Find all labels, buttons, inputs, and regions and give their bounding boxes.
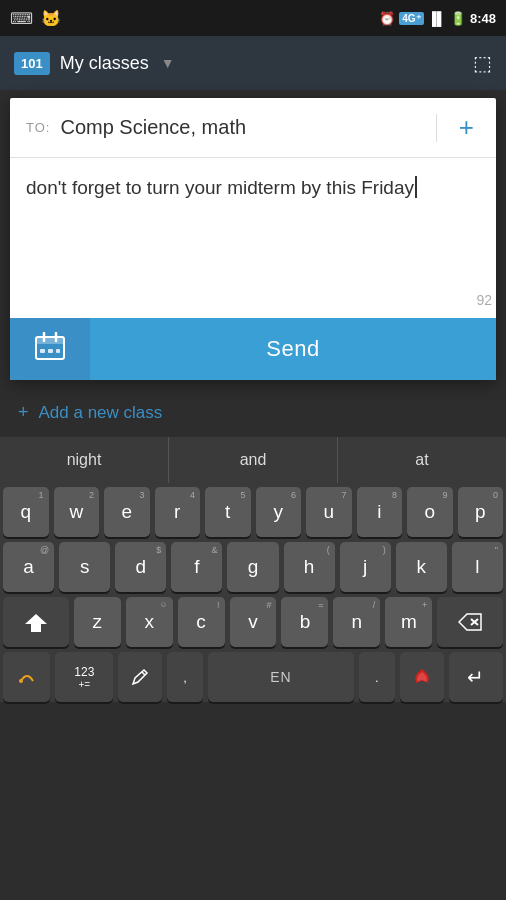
- char-count: 92: [10, 288, 496, 318]
- add-class-row[interactable]: + Add a new class: [0, 388, 506, 437]
- key-m[interactable]: +m: [385, 597, 432, 647]
- to-value: Comp Science, math: [60, 116, 435, 139]
- send-label: Send: [266, 336, 319, 362]
- add-class-plus-icon: +: [18, 402, 29, 423]
- message-area[interactable]: don't forget to turn your midterm by thi…: [10, 158, 496, 288]
- key-d[interactable]: $d: [115, 542, 166, 592]
- status-bar-left: ⌨ 🐱: [10, 9, 61, 28]
- key-w[interactable]: 2w: [54, 487, 100, 537]
- keyboard: 1q 2w 3e 4r 5t 6y 7u 8i 9o 0p @a s $d &f…: [0, 483, 506, 702]
- notification-icon: 🐱: [41, 9, 61, 28]
- svg-rect-5: [48, 349, 53, 353]
- key-v[interactable]: #v: [230, 597, 277, 647]
- svg-rect-4: [40, 349, 45, 353]
- svg-marker-7: [25, 614, 47, 632]
- calendar-button[interactable]: [10, 318, 90, 380]
- keyboard-suggestions: night and at: [0, 437, 506, 483]
- keyboard-icon: ⌨: [10, 9, 33, 28]
- keyboard-row-1: 1q 2w 3e 4r 5t 6y 7u 8i 9o 0p: [3, 487, 503, 537]
- key-h[interactable]: (h: [284, 542, 335, 592]
- key-q[interactable]: 1q: [3, 487, 49, 537]
- key-e[interactable]: 3e: [104, 487, 150, 537]
- key-a[interactable]: @a: [3, 542, 54, 592]
- key-u[interactable]: 7u: [306, 487, 352, 537]
- app-bar: 101 My classes ▼ ⬚: [0, 36, 506, 90]
- signal-icon: ▐▌: [428, 11, 446, 26]
- lte-badge: 4G⁺: [399, 12, 423, 25]
- key-x[interactable]: ☺x: [126, 597, 173, 647]
- action-row: Send: [10, 318, 496, 380]
- dropdown-arrow-icon: ▼: [161, 55, 175, 71]
- key-y[interactable]: 6y: [256, 487, 302, 537]
- suggestion-at[interactable]: at: [338, 437, 506, 483]
- add-class-label: Add a new class: [39, 403, 163, 423]
- svg-rect-1: [36, 337, 64, 344]
- key-k[interactable]: k: [396, 542, 447, 592]
- key-enter[interactable]: ↵: [449, 652, 504, 702]
- to-row: TO: Comp Science, math +: [10, 98, 496, 158]
- divider: [436, 114, 437, 142]
- svg-point-10: [19, 679, 23, 683]
- key-t[interactable]: 5t: [205, 487, 251, 537]
- key-backspace[interactable]: [437, 597, 503, 647]
- key-g[interactable]: g: [227, 542, 278, 592]
- add-recipient-button[interactable]: +: [453, 112, 480, 143]
- key-r[interactable]: 4r: [155, 487, 201, 537]
- keyboard-row-3: z ☺x !c #v =b /n +m: [3, 597, 503, 647]
- key-space[interactable]: EN: [208, 652, 353, 702]
- battery-icon: 🔋: [450, 11, 466, 26]
- key-n[interactable]: /n: [333, 597, 380, 647]
- compose-icon[interactable]: ⬚: [473, 51, 492, 75]
- key-numbers[interactable]: 123+=: [55, 652, 113, 702]
- svg-line-11: [142, 672, 145, 675]
- key-fn-swipe[interactable]: [3, 652, 50, 702]
- key-p[interactable]: 0p: [458, 487, 504, 537]
- key-period[interactable]: .: [359, 652, 395, 702]
- svg-rect-6: [56, 349, 60, 353]
- key-s[interactable]: s: [59, 542, 110, 592]
- key-pencil[interactable]: [118, 652, 162, 702]
- app-bar-left: 101 My classes ▼: [14, 52, 175, 75]
- key-j[interactable]: )j: [340, 542, 391, 592]
- key-c[interactable]: !c: [178, 597, 225, 647]
- keyboard-row-4: 123+= , EN . ↵: [3, 652, 503, 702]
- key-f[interactable]: &f: [171, 542, 222, 592]
- suggestion-night[interactable]: night: [0, 437, 169, 483]
- to-label: TO:: [26, 120, 50, 135]
- keyboard-row-2: @a s $d &f g (h )j k "l: [3, 542, 503, 592]
- status-bar: ⌨ 🐱 ⏰ 4G⁺ ▐▌ 🔋 8:48: [0, 0, 506, 36]
- text-cursor: [415, 176, 417, 198]
- calendar-icon: [35, 332, 65, 367]
- status-bar-right: ⏰ 4G⁺ ▐▌ 🔋 8:48: [379, 11, 496, 26]
- key-o[interactable]: 9o: [407, 487, 453, 537]
- send-button[interactable]: Send: [90, 318, 496, 380]
- app-logo: 101: [14, 52, 50, 75]
- suggestion-and[interactable]: and: [169, 437, 338, 483]
- time-display: 8:48: [470, 11, 496, 26]
- key-l[interactable]: "l: [452, 542, 503, 592]
- key-i[interactable]: 8i: [357, 487, 403, 537]
- key-swiftkey[interactable]: [400, 652, 444, 702]
- key-z[interactable]: z: [74, 597, 121, 647]
- clock-icon: ⏰: [379, 11, 395, 26]
- key-shift[interactable]: [3, 597, 69, 647]
- message-text: don't forget to turn your midterm by thi…: [26, 177, 417, 198]
- key-b[interactable]: =b: [281, 597, 328, 647]
- compose-dialog: TO: Comp Science, math + don't forget to…: [10, 98, 496, 380]
- app-title: My classes: [60, 53, 149, 74]
- key-comma[interactable]: ,: [167, 652, 203, 702]
